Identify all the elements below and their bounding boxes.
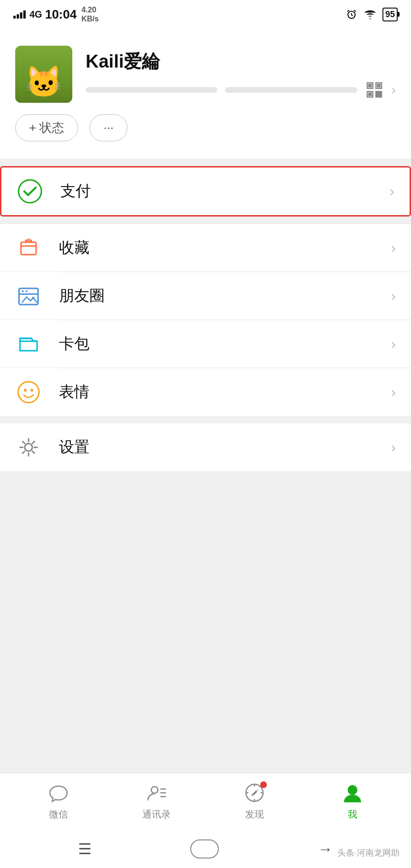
- svg-point-20: [24, 389, 27, 392]
- svg-rect-12: [379, 91, 382, 94]
- moments-label: 朋友圈: [59, 286, 391, 306]
- moments-icon: [15, 283, 42, 309]
- tab-wechat[interactable]: 微信: [10, 777, 108, 827]
- avatar-image: [15, 46, 72, 103]
- tab-discover-label: 发现: [245, 808, 264, 821]
- battery-indicator: 95: [382, 8, 398, 21]
- profile-id-blurred-2: [225, 87, 357, 93]
- status-right: 95: [345, 8, 398, 21]
- add-status-button[interactable]: + 状态: [15, 114, 78, 141]
- menu-section-pay: 支付 ›: [0, 166, 411, 217]
- signal-icon: [13, 10, 26, 19]
- discover-icon-wrapper: [244, 782, 265, 805]
- network-type: 4G: [29, 9, 42, 20]
- qr-code-icon[interactable]: [365, 80, 384, 99]
- status-bar: 4G 10:04 4.20 KB/s 95: [0, 0, 411, 27]
- contacts-icon-wrapper: [146, 782, 167, 805]
- profile-section: Kaili爱綸: [0, 27, 411, 158]
- svg-point-21: [30, 389, 33, 392]
- menu-item-emoji[interactable]: 表情 ›: [0, 368, 411, 416]
- wifi-icon: [363, 8, 377, 21]
- emoji-chevron: ›: [391, 384, 396, 400]
- more-button[interactable]: ···: [89, 114, 127, 141]
- menu-item-collect[interactable]: 收藏 ›: [0, 224, 411, 272]
- svg-point-15: [19, 180, 41, 203]
- emoji-icon: [15, 379, 42, 405]
- svg-point-23: [151, 787, 158, 793]
- profile-id-blurred: [86, 87, 217, 93]
- status-buttons-row: + 状态 ···: [15, 114, 396, 141]
- divider-3: [0, 416, 411, 424]
- me-tab-icon: [342, 782, 363, 803]
- svg-rect-16: [21, 242, 36, 255]
- tab-discover[interactable]: 发现: [206, 777, 303, 827]
- contacts-tab-icon: [146, 782, 167, 803]
- collect-label: 收藏: [59, 237, 391, 258]
- svg-point-19: [18, 382, 39, 403]
- profile-info: Kaili爱綸: [86, 49, 396, 99]
- alarm-icon: [345, 8, 358, 20]
- menu-item-wallet[interactable]: 卡包 ›: [0, 320, 411, 368]
- settings-chevron: ›: [391, 439, 396, 455]
- svg-point-22: [25, 444, 32, 451]
- svg-rect-13: [376, 95, 378, 97]
- moments-chevron: ›: [391, 288, 396, 304]
- wallet-chevron: ›: [391, 336, 396, 352]
- system-nav-bar: ☰ ← 头条·河南龙网助: [0, 830, 411, 868]
- status-time: 10:04: [45, 7, 77, 22]
- settings-label: 设置: [59, 437, 391, 458]
- battery-level: 95: [385, 10, 395, 20]
- nav-home-icon[interactable]: [190, 839, 219, 858]
- divider-2: [0, 217, 411, 224]
- divider-1: [0, 158, 411, 166]
- status-left: 4G 10:04 4.20 KB/s: [13, 5, 99, 23]
- svg-line-1: [347, 10, 349, 11]
- profile-id-row[interactable]: ›: [86, 80, 396, 99]
- wallet-label: 卡包: [59, 334, 391, 355]
- nav-menu-icon[interactable]: ☰: [78, 840, 92, 858]
- pay-chevron: ›: [390, 183, 394, 199]
- watermark: 头条·河南龙网助: [337, 847, 400, 858]
- svg-rect-9: [369, 93, 371, 95]
- profile-chevron: ›: [391, 82, 396, 98]
- menu-section-group1: 收藏 › 朋友圈 ›: [0, 224, 411, 416]
- svg-line-2: [354, 10, 355, 11]
- nav-back-icon[interactable]: ←: [318, 840, 333, 858]
- network-speed: 4.20 KB/s: [81, 5, 98, 23]
- collect-chevron: ›: [391, 240, 396, 256]
- menu-item-pay[interactable]: 支付 ›: [1, 168, 410, 215]
- menu-item-moments[interactable]: 朋友圈 ›: [0, 272, 411, 320]
- menu-item-settings[interactable]: 设置 ›: [0, 424, 411, 471]
- svg-point-18: [32, 296, 35, 299]
- svg-rect-11: [376, 91, 378, 94]
- svg-rect-14: [379, 95, 382, 97]
- profile-row: Kaili爱綸: [15, 46, 396, 103]
- emoji-label: 表情: [59, 382, 391, 403]
- svg-point-28: [348, 786, 357, 794]
- svg-rect-7: [369, 84, 371, 87]
- wallet-icon: [15, 331, 42, 357]
- me-icon-wrapper: [342, 782, 363, 805]
- wechat-tab-icon: [48, 782, 69, 803]
- svg-rect-8: [377, 84, 380, 87]
- settings-icon: [15, 434, 42, 461]
- discover-badge: [260, 781, 267, 788]
- avatar[interactable]: [15, 46, 72, 103]
- tab-me[interactable]: 我: [303, 777, 401, 827]
- tab-wechat-label: 微信: [49, 808, 68, 821]
- collect-icon: [15, 235, 42, 261]
- svg-point-3: [370, 18, 371, 19]
- wechat-icon-wrapper: [48, 782, 69, 805]
- tab-contacts[interactable]: 通讯录: [108, 777, 206, 827]
- tab-me-label: 我: [348, 808, 357, 821]
- main-content: Kaili爱綸: [0, 27, 411, 868]
- pay-icon: [17, 178, 43, 205]
- tab-bar: 微信 通讯录: [0, 773, 411, 830]
- tab-contacts-label: 通讯录: [142, 808, 171, 821]
- gray-fill-area: [0, 471, 411, 773]
- settings-section: 设置 ›: [0, 424, 411, 471]
- profile-name: Kaili爱綸: [86, 49, 396, 74]
- pay-label: 支付: [60, 181, 390, 202]
